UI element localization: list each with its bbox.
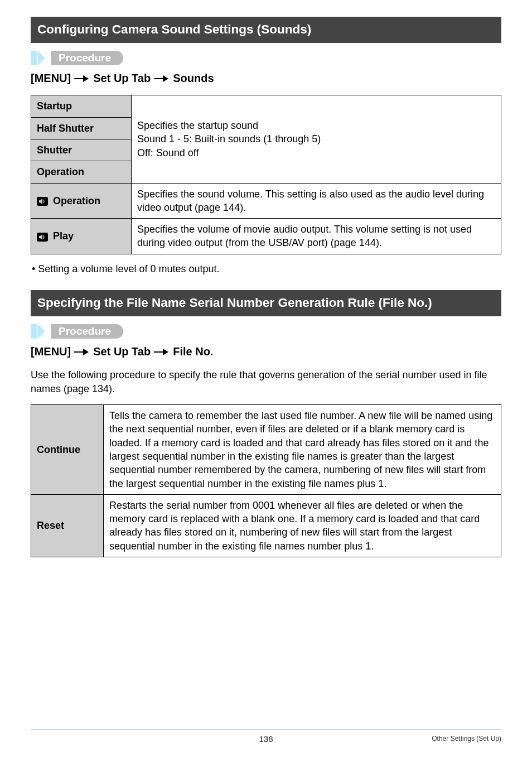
table-row: Play Specifies the volume of movie audio… bbox=[31, 219, 501, 254]
row-label-text: Operation bbox=[53, 195, 100, 206]
cell-reset-desc: Restarts the serial number from 0001 whe… bbox=[104, 494, 501, 557]
procedure-bullet bbox=[31, 324, 37, 339]
row-label-text: Play bbox=[53, 230, 74, 242]
fileno-intro: Use the following procedure to specify t… bbox=[31, 368, 501, 396]
row-label-vol-operation: Operation bbox=[31, 183, 132, 219]
row-label-startup: Startup bbox=[31, 95, 132, 117]
section-heading-sounds: Configuring Camera Sound Settings (Sound… bbox=[31, 17, 501, 43]
page-footer: 138 Other Settings (Set Up) bbox=[31, 729, 501, 745]
volume-icon bbox=[37, 233, 48, 242]
table-row: Operation Specifies the sound volume. Th… bbox=[31, 183, 501, 219]
sounds-table: Startup Specifies the startup sound Soun… bbox=[31, 95, 501, 254]
cell-continue-desc: Tells the camera to remember the last us… bbox=[104, 405, 501, 495]
table-row: Startup Specifies the startup sound Soun… bbox=[31, 95, 501, 117]
arrow-icon bbox=[154, 349, 170, 355]
cell-vol-operation-desc: Specifies the sound volume. This setting… bbox=[132, 183, 501, 219]
cell-sound-desc: Specifies the startup sound Sound 1 - 5:… bbox=[132, 95, 501, 183]
row-label-operation: Operation bbox=[31, 161, 132, 183]
menu-path-sounds: [MENU] Set Up Tab Sounds bbox=[31, 71, 501, 86]
menu-path-part: [MENU] bbox=[31, 344, 71, 359]
arrow-icon bbox=[74, 349, 90, 355]
menu-path-part: Set Up Tab bbox=[93, 344, 151, 359]
procedure-label-row: Procedure bbox=[31, 324, 501, 339]
procedure-label: Procedure bbox=[51, 324, 123, 339]
procedure-bullet-arrow bbox=[38, 51, 45, 65]
procedure-bullet bbox=[31, 51, 37, 65]
fileno-table: Continue Tells the camera to remember th… bbox=[31, 404, 501, 557]
row-label-shutter: Shutter bbox=[31, 139, 132, 161]
menu-path-part: [MENU] bbox=[31, 71, 71, 86]
arrow-icon bbox=[154, 75, 170, 82]
volume-icon bbox=[37, 197, 48, 206]
table-row: Continue Tells the camera to remember th… bbox=[31, 405, 501, 495]
note-mute: • Setting a volume level of 0 mutes outp… bbox=[32, 262, 501, 276]
footer-section-name: Other Settings (Set Up) bbox=[432, 734, 501, 743]
cell-vol-play-desc: Specifies the volume of movie audio outp… bbox=[132, 219, 501, 254]
procedure-label: Procedure bbox=[51, 51, 123, 65]
table-row: Reset Restarts the serial number from 00… bbox=[31, 494, 501, 557]
section-heading-fileno: Specifying the File Name Serial Number G… bbox=[31, 290, 501, 316]
arrow-icon bbox=[74, 75, 90, 82]
procedure-label-row: Procedure bbox=[31, 51, 501, 65]
menu-path-part: File No. bbox=[173, 344, 213, 359]
procedure-bullet-arrow bbox=[38, 324, 45, 339]
row-label-half-shutter: Half Shutter bbox=[31, 117, 132, 139]
row-label-reset: Reset bbox=[31, 494, 104, 557]
row-label-vol-play: Play bbox=[31, 219, 132, 254]
page-number: 138 bbox=[31, 734, 501, 745]
menu-path-part: Set Up Tab bbox=[93, 71, 151, 86]
row-label-continue: Continue bbox=[31, 405, 104, 495]
menu-path-fileno: [MENU] Set Up Tab File No. bbox=[31, 344, 501, 359]
menu-path-part: Sounds bbox=[173, 71, 214, 86]
